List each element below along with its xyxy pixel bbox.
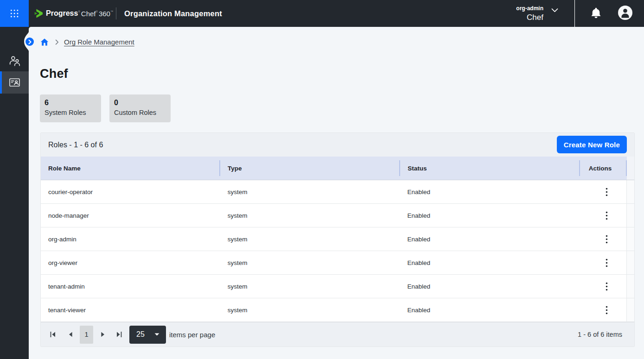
stat-cards: 6 System Roles 0 Custom Roles — [40, 94, 171, 122]
roles-grid: Role Name Type Status Actions courier-op… — [41, 157, 634, 322]
stat-card-system-roles: 6 System Roles — [40, 94, 101, 122]
brand-suffix: 360 — [99, 10, 110, 18]
stat-card-custom-roles: 0 Custom Roles — [109, 94, 171, 122]
cell-status: Enabled — [400, 298, 580, 321]
cell-role-name: org-viewer — [41, 251, 220, 274]
cell-filler — [626, 204, 634, 227]
cell-filler — [626, 298, 634, 321]
users-icon — [9, 56, 20, 66]
cell-filler — [626, 251, 634, 274]
brand-name: Progress — [46, 9, 78, 18]
cell-role-name: org-admin — [41, 227, 220, 251]
user-avatar-icon — [618, 6, 632, 20]
kebab-icon — [606, 235, 608, 244]
dropdown-caret-icon — [154, 333, 159, 336]
cell-actions — [580, 275, 626, 298]
topbar-divider — [116, 7, 116, 19]
column-header-status[interactable]: Status — [400, 157, 580, 180]
create-new-role-button[interactable]: Create New Role — [557, 136, 627, 153]
sidebar-item-roles[interactable] — [0, 71, 29, 94]
cell-type: system — [220, 204, 400, 227]
breadcrumb: Org Role Management — [40, 37, 134, 47]
table-row: tenant-adminsystemEnabled — [41, 275, 634, 298]
cell-filler — [626, 275, 634, 298]
row-actions-menu-button[interactable] — [599, 184, 614, 199]
user-menu-button[interactable] — [618, 6, 632, 20]
brand-product-mark: ® — [96, 10, 97, 13]
sidebar-expand-button[interactable] — [26, 38, 34, 46]
roles-card-header: Roles - 1 - 6 of 6 Create New Role — [41, 133, 634, 157]
cell-actions — [580, 204, 626, 227]
cell-role-name: courier-operator — [41, 180, 220, 203]
last-page-button[interactable] — [113, 328, 125, 340]
app-launcher-button[interactable] — [0, 0, 29, 27]
row-actions-menu-button[interactable] — [599, 255, 614, 270]
bell-icon — [590, 7, 602, 19]
pager: 1 25 items per page 1 - 6 of 6 items — [41, 322, 634, 346]
stat-label: System Roles — [45, 108, 90, 117]
row-actions-menu-button[interactable] — [599, 302, 614, 317]
row-actions-menu-button[interactable] — [599, 208, 614, 223]
sidebar-item-users[interactable] — [0, 50, 29, 72]
page-number-button[interactable]: 1 — [80, 326, 93, 344]
stat-value: 0 — [114, 98, 159, 108]
cell-status: Enabled — [400, 180, 580, 203]
progress-logo-icon — [34, 9, 43, 18]
items-per-page-label: items per page — [169, 331, 215, 339]
org-switcher[interactable]: org-admin Chef — [516, 0, 558, 27]
org-switcher-value: Chef — [527, 13, 543, 23]
kebab-icon — [606, 282, 608, 291]
brand-product: Chef — [81, 10, 96, 18]
column-header-role-name[interactable]: Role Name — [41, 157, 220, 180]
stat-value: 6 — [45, 98, 90, 108]
previous-page-button[interactable] — [64, 328, 77, 340]
last-page-icon — [116, 331, 122, 338]
notifications-button[interactable] — [590, 7, 602, 19]
cell-role-name: tenant-viewer — [41, 298, 220, 321]
grid-header-filler — [627, 157, 634, 180]
cell-status: Enabled — [400, 275, 580, 298]
pager-range-label: 1 - 6 of 6 items — [578, 331, 622, 338]
cell-filler — [626, 227, 634, 251]
cell-status: Enabled — [400, 251, 580, 274]
brand-suffix-mark: ™ — [110, 10, 113, 13]
column-header-type[interactable]: Type — [220, 157, 400, 180]
page-size-dropdown[interactable]: 25 — [129, 326, 166, 344]
id-badge-icon — [9, 78, 20, 87]
kebab-icon — [606, 211, 608, 220]
cell-actions — [580, 251, 626, 274]
table-row: org-viewersystemEnabled — [41, 251, 634, 275]
brand-logo: Progress® Chef® 360™ — [34, 0, 113, 27]
breadcrumb-link[interactable]: Org Role Management — [64, 38, 134, 46]
cell-type: system — [220, 275, 400, 298]
row-actions-menu-button[interactable] — [599, 279, 614, 294]
next-page-icon — [101, 332, 105, 337]
table-row: courier-operatorsystemEnabled — [41, 180, 634, 204]
cell-type: system — [220, 227, 400, 251]
topbar-separator — [574, 0, 575, 27]
kebab-icon — [606, 306, 608, 315]
sidebar — [0, 27, 29, 359]
roles-card-title: Roles - 1 - 6 of 6 — [48, 141, 103, 149]
breadcrumb-home-link[interactable] — [40, 37, 49, 47]
table-row: node-managersystemEnabled — [41, 204, 634, 227]
previous-page-icon — [68, 332, 73, 337]
first-page-button[interactable] — [47, 328, 59, 340]
app-title: Organization Management — [124, 0, 222, 27]
cell-filler — [626, 180, 634, 203]
row-actions-menu-button[interactable] — [599, 232, 614, 246]
org-switcher-label: org-admin — [516, 5, 543, 13]
cell-type: system — [220, 251, 400, 274]
cell-actions — [580, 227, 626, 251]
chevron-down-icon — [551, 8, 558, 13]
next-page-button[interactable] — [97, 328, 109, 340]
column-header-actions[interactable]: Actions — [580, 157, 627, 180]
chevron-right-icon — [28, 39, 32, 44]
cell-status: Enabled — [400, 227, 580, 251]
brand-name-mark: ® — [78, 10, 80, 13]
cell-role-name: tenant-admin — [41, 275, 220, 298]
stat-label: Custom Roles — [114, 108, 159, 117]
table-body: courier-operatorsystemEnablednode-manage… — [41, 180, 634, 322]
apps-grid-icon — [11, 10, 19, 18]
cell-role-name: node-manager — [41, 204, 220, 227]
